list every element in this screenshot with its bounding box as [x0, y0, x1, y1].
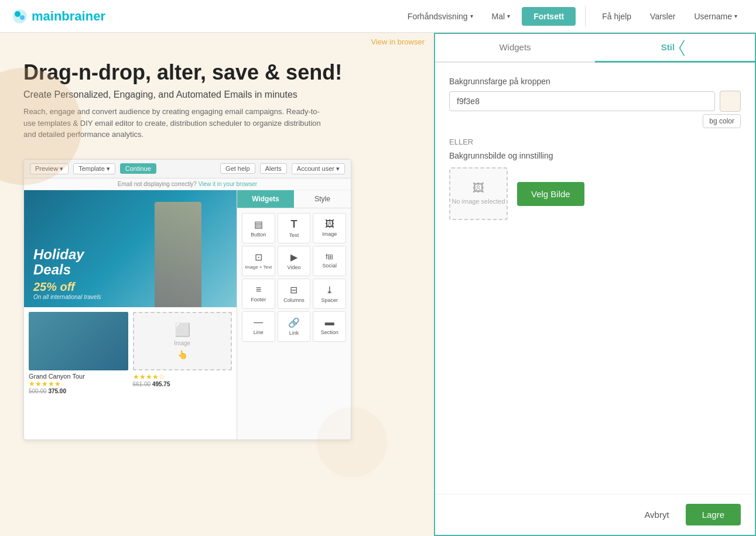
- bg-image-row: 🖼 No image selected Velg Bilde: [449, 167, 741, 220]
- hero-subtitle: Create Personalized, Engaging, and Autom…: [23, 90, 411, 100]
- widget-item-section[interactable]: ▬ Section: [313, 311, 346, 342]
- widget-item-image-text[interactable]: ⊡ Image + Text: [242, 246, 275, 276]
- header: mainbrainer Forhåndsvisning ▾ Mal ▾ Fort…: [0, 0, 756, 33]
- color-swatch[interactable]: [720, 91, 741, 112]
- main-layout: View in browser Drag-n-drop, alter, save…: [0, 33, 756, 536]
- mockup-help-button[interactable]: Get help: [220, 163, 255, 174]
- spacer-widget-icon: ⤓: [326, 284, 333, 296]
- chevron-down-icon: ▾: [336, 165, 340, 173]
- holiday-discount: 25% off: [33, 280, 101, 294]
- product-image-1: [29, 312, 128, 370]
- mockup-account-button[interactable]: Account user ▾: [292, 163, 345, 174]
- widget-tab-style[interactable]: Style: [294, 190, 351, 208]
- email-mockup: Preview ▾ Template ▾ Continue Get help A…: [23, 159, 351, 440]
- holiday-title: HolidayDeals: [33, 247, 101, 278]
- bg-color-input[interactable]: [449, 91, 715, 111]
- svg-point-1: [15, 11, 20, 17]
- widget-tabs: Widgets Style: [237, 190, 351, 208]
- widget-item-spacer[interactable]: ⤓ Spacer: [313, 279, 346, 309]
- bg-color-row: [449, 91, 741, 112]
- columns-widget-icon: ⊟: [290, 284, 297, 296]
- widget-item-button[interactable]: ▤ Button: [242, 213, 275, 243]
- cursor-icon: [679, 40, 689, 57]
- no-image-box: 🖼 No image selected: [449, 167, 508, 220]
- panel-content: Bakgrunnsfarge på kroppen bg color ELLER…: [435, 63, 755, 494]
- mockup-template-button[interactable]: Template ▾: [73, 163, 115, 174]
- footer-widget-icon: ≡: [256, 284, 261, 295]
- no-image-text: No image selected: [451, 197, 505, 205]
- widget-item-link[interactable]: 🔗 Link: [278, 311, 311, 342]
- product-card-2: ⬜ Image 👆 ★★★★☆ 661.00 495.75: [133, 312, 232, 394]
- bg-image-label: Bakgrunnsbilde og innstilling: [449, 151, 741, 160]
- svg-point-0: [13, 9, 27, 23]
- product-image-2-dragging: ⬜ Image 👆: [133, 312, 232, 370]
- mockup-email-notice: Email not displaying correctly? View it …: [24, 178, 351, 190]
- products-section: Grand Canyon Tour ★★★★★ 500.00 375.00 ⬜ …: [24, 307, 237, 399]
- preview-button[interactable]: Forhåndsvisning ▾: [401, 8, 480, 25]
- avbryt-button[interactable]: Avbryt: [635, 504, 678, 525]
- alerts-button[interactable]: Varsler: [643, 8, 682, 25]
- chevron-down-icon: ▾: [470, 13, 473, 19]
- widget-item-image[interactable]: 🖼 Image: [313, 213, 346, 243]
- image-widget-icon: 🖼: [325, 219, 334, 229]
- tab-widgets[interactable]: Widgets: [435, 34, 595, 63]
- view-in-browser-link[interactable]: View in browser: [0, 33, 434, 49]
- mockup-toolbar: Preview ▾ Template ▾ Continue Get help A…: [24, 160, 351, 178]
- continue-button[interactable]: Fortsett: [522, 7, 576, 26]
- holiday-person-image: [155, 202, 201, 307]
- logo-text: mainbrainer: [32, 9, 105, 24]
- bg-color-label: Bakgrunnsfarge på kroppen: [449, 77, 741, 86]
- widget-item-line[interactable]: — Line: [242, 311, 275, 342]
- bg-color-group: Bakgrunnsfarge på kroppen bg color: [449, 77, 741, 128]
- text-widget-icon: T: [290, 218, 297, 231]
- product-name-1: Grand Canyon Tour: [29, 373, 128, 380]
- product-price-2: 661.00 495.75: [133, 381, 232, 387]
- widget-item-social[interactable]: f⊞ Social: [313, 246, 346, 276]
- imagetext-widget-icon: ⊡: [255, 252, 262, 263]
- chevron-down-icon: ▾: [507, 13, 510, 19]
- right-panel: Widgets Stil Bakgrunnsfarge på kroppen b…: [434, 33, 756, 536]
- logo-accent: brainer: [61, 9, 105, 23]
- deco-circle-2: [317, 407, 387, 477]
- bg-image-section: Bakgrunnsbilde og innstilling 🖼 No image…: [449, 151, 741, 220]
- no-image-icon: 🖼: [473, 181, 484, 195]
- widget-item-columns[interactable]: ⊟ Columns: [278, 279, 311, 309]
- username-button[interactable]: Username ▾: [687, 8, 744, 25]
- social-widget-icon: f⊞: [326, 253, 333, 261]
- lagre-button[interactable]: Lagre: [686, 504, 741, 525]
- holiday-banner: HolidayDeals 25% off On all internationa…: [24, 190, 237, 307]
- header-nav: Forhåndsvisning ▾ Mal ▾ Fortsett Få hjel…: [401, 6, 744, 27]
- panel-actions: Avbryt Lagre: [435, 494, 755, 535]
- product-stars-2: ★★★★☆: [133, 373, 232, 381]
- video-widget-icon: ▶: [290, 252, 297, 263]
- email-notice-link[interactable]: View it in your browser: [199, 181, 257, 187]
- logo: mainbrainer: [12, 8, 105, 25]
- bg-color-button[interactable]: bg color: [703, 114, 741, 128]
- svg-point-2: [20, 15, 25, 20]
- mockup-continue-button[interactable]: Continue: [120, 163, 156, 174]
- product-card-1: Grand Canyon Tour ★★★★★ 500.00 375.00: [29, 312, 128, 394]
- help-button[interactable]: Få hjelp: [595, 8, 638, 25]
- left-content: View in browser Drag-n-drop, alter, save…: [0, 33, 434, 536]
- template-button[interactable]: Mal ▾: [485, 8, 518, 25]
- eller-label: ELLER: [449, 138, 741, 146]
- tab-stil[interactable]: Stil: [595, 34, 755, 63]
- link-widget-icon: 🔗: [288, 317, 300, 328]
- nav-divider: [585, 6, 586, 27]
- widget-item-footer[interactable]: ≡ Footer: [242, 279, 275, 309]
- velg-bilde-button[interactable]: Velg Bilde: [517, 182, 584, 206]
- widget-tab-widgets[interactable]: Widgets: [237, 190, 294, 208]
- section-widget-icon: ▬: [325, 317, 334, 328]
- mockup-alerts-button[interactable]: Alerts: [260, 163, 287, 174]
- widget-item-video[interactable]: ▶ Video: [278, 246, 311, 276]
- chevron-down-icon: ▾: [734, 13, 737, 19]
- mockup-widgets-panel: Widgets Style ▤ Button T Text: [237, 190, 351, 440]
- widget-grid: ▤ Button T Text 🖼 Image: [237, 208, 351, 346]
- cursor-drag-icon: 👆: [177, 350, 187, 359]
- mockup-canvas: HolidayDeals 25% off On all internationa…: [24, 190, 237, 440]
- product-stars-1: ★★★★★: [29, 380, 128, 388]
- line-widget-icon: —: [254, 317, 263, 328]
- widget-item-text[interactable]: T Text: [278, 213, 311, 243]
- button-widget-icon: ▤: [254, 219, 263, 230]
- holiday-text: HolidayDeals 25% off On all internationa…: [33, 247, 101, 300]
